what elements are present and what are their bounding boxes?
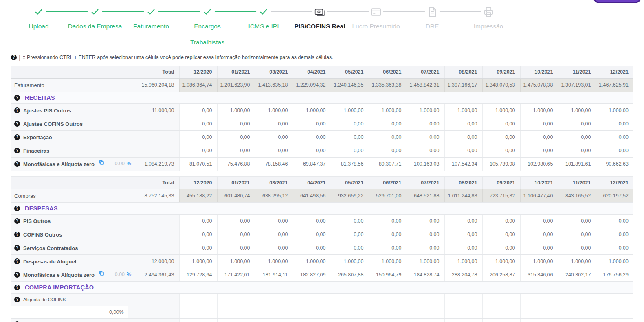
month-cell[interactable]: 78.158,46 [255,158,293,171]
aliquota-value[interactable]: 0,00% [11,306,128,319]
stepper-step[interactable]: ICMS e IPI [235,6,292,50]
month-cell[interactable]: 81.378,56 [331,158,369,171]
month-cell[interactable]: 0,00 [255,117,293,131]
month-cell[interactable]: 0,00 [558,117,596,131]
month-cell[interactable]: 0,00 [407,241,444,255]
month-cell[interactable]: 1.000,00 [558,255,596,268]
month-cell[interactable]: 75.476,88 [217,158,255,171]
month-cell[interactable]: 100.163,03 [407,158,444,171]
month-cell[interactable]: 1.000,00 [255,255,293,268]
month-cell[interactable]: 0,00 [369,228,407,241]
month-cell[interactable]: 0,00 [331,144,369,158]
stepper-step[interactable]: Encargos Trabalhistas [179,6,235,50]
stepper-step[interactable]: Dados da Empresa [67,6,123,50]
month-cell[interactable]: 0,00 [444,144,482,158]
month-cell[interactable] [179,319,217,322]
month-cell[interactable] [369,319,407,322]
month-cell[interactable]: 1.000,00 [293,255,331,268]
month-cell[interactable]: 0,00 [217,144,255,158]
month-cell[interactable]: 69.847,37 [293,158,331,171]
month-cell[interactable]: 0,00 [444,228,482,241]
month-cell[interactable]: 0,00 [596,215,633,228]
month-cell[interactable]: 0,00 [369,215,407,228]
month-cell[interactable]: 0,00 [444,117,482,131]
copy-icon[interactable] [99,270,104,276]
month-cell[interactable] [444,319,482,322]
month-cell[interactable]: 0,00 [179,117,217,131]
month-cell[interactable]: 0,00 [179,104,217,117]
cutoff-button[interactable] [592,0,642,3]
month-cell[interactable]: 206.258,87 [482,268,520,282]
month-cell[interactable]: 176.756,29 [596,268,633,282]
month-cell[interactable] [369,294,407,319]
month-cell[interactable]: 181.914,11 [255,268,293,282]
month-cell[interactable]: 0,00 [217,228,255,241]
month-cell[interactable]: 1.000,00 [331,255,369,268]
month-cell[interactable]: 0,00 [558,131,596,144]
month-cell[interactable]: 0,00 [482,144,520,158]
month-cell[interactable]: 0,00 [407,131,444,144]
month-cell[interactable]: 0,00 [293,144,331,158]
month-cell[interactable]: 0,00 [520,131,558,144]
month-cell[interactable]: 1.000,00 [255,104,293,117]
month-cell[interactable]: 0,00 [369,131,407,144]
stepper-step[interactable]: Lucro Presumido [348,6,404,50]
month-cell[interactable]: 0,00 [444,215,482,228]
month-cell[interactable]: 0,00 [482,117,520,131]
month-cell[interactable]: 0,00 [407,215,444,228]
month-cell[interactable]: 0,00 [331,241,369,255]
month-cell[interactable]: 1.000,00 [407,255,444,268]
month-cell[interactable]: 265.807,88 [331,268,369,282]
month-cell[interactable]: 0,00 [407,228,444,241]
month-cell[interactable]: 1.000,00 [558,104,596,117]
month-cell[interactable] [407,294,444,319]
month-cell[interactable]: 0,00 [482,228,520,241]
month-cell[interactable]: 1.000,00 [444,255,482,268]
month-cell[interactable]: 288.204,78 [444,268,482,282]
month-cell[interactable] [293,294,331,319]
month-cell[interactable]: 0,00 [407,144,444,158]
month-cell[interactable]: 1.000,00 [482,255,520,268]
month-cell[interactable]: 0,00 [255,215,293,228]
month-cell[interactable]: 1.000,00 [407,104,444,117]
month-cell[interactable]: 0,00 [482,215,520,228]
month-cell[interactable]: 1.000,00 [444,104,482,117]
month-cell[interactable]: 1.000,00 [596,104,633,117]
month-cell[interactable]: 0,00 [369,144,407,158]
month-cell[interactable]: 0,00 [369,117,407,131]
month-cell[interactable]: 0,00 [482,241,520,255]
month-cell[interactable] [217,319,255,322]
month-cell[interactable]: 0,00 [179,228,217,241]
month-cell[interactable]: 0,00 [331,131,369,144]
month-cell[interactable]: 0,00 [520,241,558,255]
month-cell[interactable]: 0,00 [331,117,369,131]
month-cell[interactable]: 0,00 [444,131,482,144]
month-cell[interactable]: 1.000,00 [217,104,255,117]
stepper-step[interactable]: Faturamento [123,6,179,50]
month-cell[interactable] [407,319,444,322]
month-cell[interactable] [596,294,633,319]
month-cell[interactable] [482,319,520,322]
month-cell[interactable] [520,319,558,322]
month-cell[interactable]: 129.728,64 [179,268,217,282]
month-cell[interactable] [179,294,217,319]
month-cell[interactable]: 107.542,34 [444,158,482,171]
month-cell[interactable]: 0,00 [179,131,217,144]
month-cell[interactable]: 0,00 [520,144,558,158]
month-cell[interactable]: 0,00 [596,131,633,144]
month-cell[interactable]: 0,00 [217,117,255,131]
month-cell[interactable]: 1.000,00 [369,104,407,117]
month-cell[interactable]: 184.828,74 [407,268,444,282]
month-cell[interactable]: 0,00 [520,228,558,241]
month-cell[interactable]: 0,00 [217,131,255,144]
month-cell[interactable] [217,294,255,319]
month-cell[interactable]: 90.662,63 [596,158,633,171]
month-cell[interactable]: 0,00 [482,131,520,144]
month-cell[interactable]: 1.000,00 [520,104,558,117]
month-cell[interactable]: 0,00 [255,228,293,241]
month-cell[interactable]: 0,00 [293,131,331,144]
month-cell[interactable]: 315.346,06 [520,268,558,282]
copy-icon[interactable] [99,160,104,165]
month-cell[interactable]: 1.000,00 [179,255,217,268]
month-cell[interactable]: 0,00 [255,241,293,255]
